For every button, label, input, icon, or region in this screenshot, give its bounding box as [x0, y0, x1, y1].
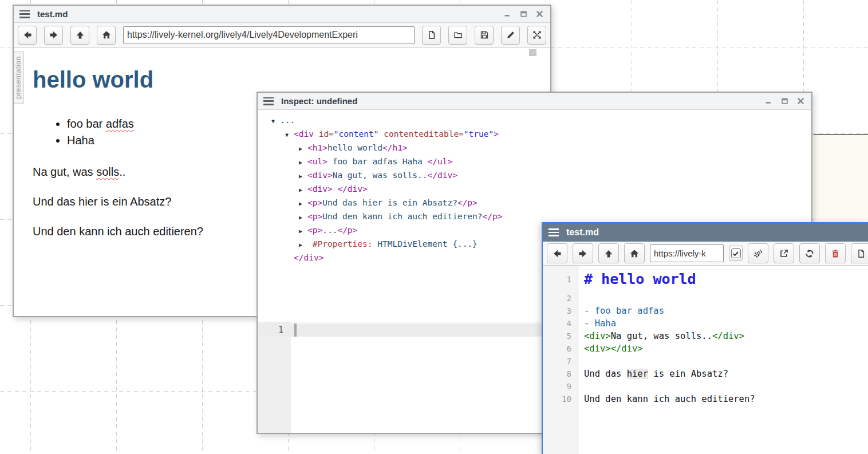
navigation-toolbar — [543, 242, 868, 266]
code-line[interactable]: 5<div>Na gut, was solls..</div> — [543, 330, 868, 342]
close-icon[interactable] — [797, 97, 804, 105]
line-number: 2 — [543, 292, 578, 305]
back-button[interactable] — [547, 243, 567, 263]
markdown-heading: hello world — [33, 67, 550, 93]
code-line[interactable]: 2 — [543, 292, 868, 305]
scrollbar-thumb[interactable] — [529, 49, 536, 56]
home-button[interactable] — [624, 243, 645, 263]
tree-node[interactable]: ▶<h1>hello world</h1> — [258, 141, 811, 155]
save-button[interactable] — [475, 26, 494, 45]
tree-toggle-icon[interactable]: ▶ — [299, 211, 307, 224]
home-button[interactable] — [97, 26, 116, 45]
trash-icon — [831, 249, 840, 258]
window-title: test.md — [37, 9, 68, 19]
line-number: 9 — [543, 380, 578, 393]
save-floppy-icon — [480, 30, 489, 40]
tree-node[interactable]: ▶<div> </div> — [258, 183, 811, 196]
titlebar[interactable]: Inspect: undefined — [258, 93, 811, 110]
window-title: Inspect: undefined — [281, 96, 357, 106]
code-line[interactable]: 7 — [543, 355, 868, 368]
folder-icon — [453, 30, 463, 40]
new-file-button[interactable] — [422, 26, 441, 45]
code-line[interactable]: 4- Haha — [543, 317, 868, 330]
maximize-icon[interactable] — [781, 97, 788, 105]
code-line[interactable]: 1# hello world — [543, 267, 868, 292]
line-number: 1 — [258, 325, 283, 335]
tree-toggle-icon[interactable]: ▶ — [299, 239, 307, 251]
tree-toggle-icon[interactable]: ▶ — [299, 143, 307, 155]
pencil-icon — [506, 30, 515, 40]
url-input[interactable] — [650, 244, 724, 262]
tree-toggle-icon[interactable]: ▼ — [271, 115, 280, 128]
text-cursor — [294, 323, 297, 337]
navigation-toolbar — [14, 23, 550, 48]
arrow-left-icon — [23, 30, 32, 40]
arrow-up-icon — [76, 30, 85, 40]
tree-node[interactable]: ▶<ul> foo bar adfas Haha </ul> — [258, 155, 811, 169]
new-file-button[interactable] — [851, 243, 868, 263]
arrow-right-icon — [578, 249, 587, 258]
gears-icon — [753, 249, 763, 258]
minimize-icon[interactable] — [765, 97, 772, 105]
misspelled-word: adfas — [106, 117, 134, 130]
tree-toggle-icon[interactable]: ▶ — [299, 225, 307, 238]
tree-toggle-icon[interactable]: ▶ — [299, 184, 307, 196]
forward-button[interactable] — [573, 243, 593, 263]
tree-toggle-icon[interactable]: ▼ — [285, 129, 294, 141]
window-menu-icon[interactable] — [549, 228, 559, 236]
forward-button[interactable] — [44, 26, 63, 45]
refresh-icon — [805, 249, 814, 258]
titlebar[interactable]: test.md — [14, 6, 550, 23]
tree-node[interactable]: ▼<div id="content" contenteditable="true… — [258, 128, 811, 141]
maximize-icon[interactable] — [520, 10, 527, 18]
close-icon[interactable] — [536, 10, 543, 18]
minimize-icon[interactable] — [504, 10, 511, 18]
line-number: 4 — [543, 317, 578, 330]
window-title: test.md — [566, 227, 599, 238]
editor-gutter — [258, 322, 291, 433]
expand-button[interactable] — [527, 26, 546, 45]
url-input[interactable] — [123, 26, 415, 44]
line-number: 1 — [543, 267, 578, 292]
up-button[interactable] — [598, 243, 619, 263]
code-line[interactable]: 6<div></div> — [543, 342, 868, 355]
open-external-button[interactable] — [774, 243, 794, 263]
presentation-side-tab[interactable]: presentation — [13, 52, 24, 104]
tree-toggle-icon[interactable]: ▶ — [299, 170, 307, 183]
tree-toggle-icon[interactable]: ▶ — [299, 156, 307, 169]
edit-button[interactable] — [501, 26, 520, 45]
back-button[interactable] — [18, 26, 37, 45]
source-code-editor[interactable]: 1# hello world23- foo bar adfas4- Haha5<… — [543, 266, 868, 454]
arrow-left-icon — [553, 249, 562, 258]
arrow-up-icon — [604, 249, 613, 258]
refresh-button[interactable] — [799, 243, 820, 263]
line-number: 6 — [543, 342, 578, 355]
home-icon — [102, 30, 111, 40]
code-line[interactable]: 3- foo bar adfas — [543, 305, 868, 317]
file-icon — [857, 249, 866, 258]
up-button[interactable] — [70, 26, 89, 45]
background-ivory-panel — [814, 134, 868, 224]
home-icon — [630, 249, 639, 258]
auto-update-checkbox[interactable] — [729, 246, 743, 261]
tree-node[interactable]: ▼... — [258, 114, 811, 128]
titlebar[interactable]: test.md — [543, 223, 868, 242]
tree-toggle-icon[interactable]: ▶ — [299, 198, 307, 210]
line-number: 10 — [543, 393, 578, 405]
code-line[interactable]: 9 — [543, 380, 868, 393]
line-number: 5 — [543, 330, 578, 342]
line-number: 3 — [543, 305, 578, 317]
window-menu-icon[interactable] — [19, 10, 30, 18]
window-markdown-source: test.md 1# hello world23- foo bar adfas4… — [542, 222, 868, 454]
code-line[interactable]: 10Und den kann ich auch editieren? — [543, 393, 868, 405]
window-menu-icon[interactable] — [263, 97, 274, 105]
editor-lines: 1# hello world23- foo bar adfas4- Haha5<… — [543, 266, 868, 405]
file-icon — [427, 30, 436, 40]
browse-folder-button[interactable] — [448, 26, 467, 45]
expand-arrows-icon — [532, 30, 542, 40]
tree-node[interactable]: ▶<p>Und das hier is ein Absatz?</p> — [258, 196, 811, 210]
delete-button[interactable] — [825, 243, 846, 263]
code-line[interactable]: 8Und das hier is ein Absatz? — [543, 368, 868, 380]
tree-node[interactable]: ▶<div>Na gut, was solls..</div> — [258, 169, 811, 183]
settings-button[interactable] — [748, 243, 768, 263]
